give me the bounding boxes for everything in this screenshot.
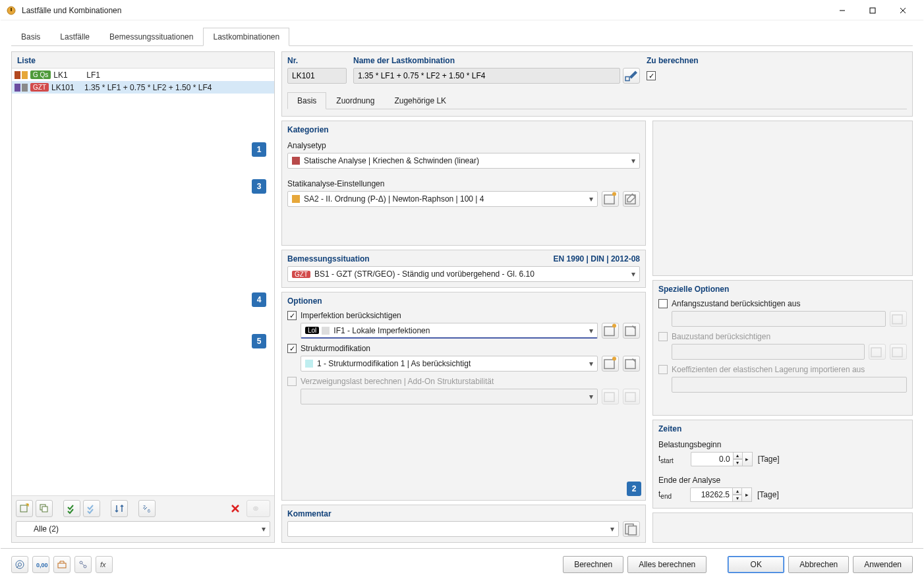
- inner-tab-zugehoerige[interactable]: Zugehörige LK: [384, 92, 456, 109]
- structure-mod-checkbox[interactable]: [287, 344, 297, 353]
- gzt-badge: GZT: [292, 271, 310, 278]
- spinner-down-icon[interactable]: ▾: [733, 459, 743, 466]
- tab-lastfaelle[interactable]: Lastfälle: [50, 28, 100, 46]
- svg-rect-32: [892, 348, 902, 357]
- initial-state-label: Anfangszustand berücksichtigen aus: [672, 299, 800, 308]
- comment-title: Kommentar: [287, 509, 640, 518]
- construction-state-label: Bauzustand berücksichtigen: [672, 332, 770, 341]
- nr-field[interactable]: LK101: [287, 68, 347, 84]
- new-structure-mod-icon[interactable]: [602, 356, 619, 372]
- imperfection-select[interactable]: Lol IF1 - Lokale Imperfektionen ▾: [301, 323, 598, 339]
- apply-button[interactable]: Anwenden: [853, 556, 913, 573]
- sort-icon[interactable]: [111, 500, 128, 517]
- options-group: Optionen Imperfektion berücksichtigen Lo…: [281, 292, 646, 501]
- tab-basis[interactable]: Basis: [11, 28, 50, 46]
- coeff-select: [672, 377, 907, 393]
- edit-structure-mod-icon[interactable]: [623, 356, 640, 372]
- static-settings-select[interactable]: SA2 - II. Ordnung (P-Δ) | Newton-Raphson…: [287, 191, 598, 207]
- combination-list[interactable]: G QsLK1LF1GZTLK1011.35 * LF1 + 0.75 * LF…: [12, 68, 274, 496]
- chevron-down-icon: ▾: [589, 194, 593, 204]
- new-item-icon[interactable]: [16, 500, 33, 517]
- spinner-go-icon[interactable]: ▸: [743, 452, 753, 466]
- tstart-unit: [Tage]: [758, 455, 780, 464]
- annotation-marker-4: 4: [252, 292, 266, 307]
- script-icon[interactable]: fx: [96, 556, 113, 573]
- structure-mod-select[interactable]: 1 - Strukturmodifikation 1 | As berücksi…: [301, 356, 598, 372]
- inner-right-column: Spezielle Optionen Anfangszustand berück…: [652, 121, 913, 543]
- spinner-up-icon[interactable]: ▴: [732, 487, 742, 495]
- spinner-go-icon[interactable]: ▸: [742, 487, 752, 502]
- analysis-type-select[interactable]: Statische Analyse | Kriechen & Schwinden…: [287, 153, 640, 169]
- tstart-value: 0.0: [691, 452, 733, 466]
- chevron-down-icon: ▾: [589, 392, 593, 401]
- analysis-type-label: Analysetyp: [287, 141, 640, 150]
- annotation-marker-1: 1: [252, 142, 266, 157]
- structure-mod-value: 1 - Strukturmodifikation 1 | As berücksi…: [317, 359, 471, 368]
- inner-tab-zuordnung[interactable]: Zuordnung: [326, 92, 384, 109]
- comment-group: Kommentar ▾: [281, 505, 646, 543]
- buckling-checkbox: [287, 377, 297, 386]
- list-item[interactable]: GZTLK1011.35 * LF1 + 0.75 * LF2 + 1.50 *…: [12, 81, 274, 94]
- ok-button[interactable]: OK: [728, 556, 784, 573]
- spinner-down-icon[interactable]: ▾: [732, 495, 742, 502]
- edit-imperfection-icon[interactable]: [623, 323, 640, 339]
- imperfection-checkbox[interactable]: [287, 311, 297, 320]
- minimize-button[interactable]: [827, 1, 857, 20]
- settings-icon[interactable]: [74, 556, 92, 573]
- close-button[interactable]: [888, 1, 918, 20]
- structure-mod-color: [305, 360, 313, 368]
- title-bar: Lastfälle und Kombinationen: [1, 1, 923, 20]
- comment-library-icon[interactable]: [623, 521, 640, 537]
- spinner-up-icon[interactable]: ▴: [733, 452, 743, 459]
- annotation-marker-5: 5: [252, 334, 266, 348]
- maximize-button[interactable]: [857, 1, 888, 20]
- toggle-view-icon[interactable]: [246, 500, 270, 517]
- design-situation-group: Bemessungssituation EN 1990 | DIN | 2012…: [281, 250, 646, 288]
- initial-state-checkbox[interactable]: [658, 299, 668, 308]
- calc-checkbox[interactable]: [647, 71, 656, 80]
- coeff-checkbox: [658, 365, 668, 374]
- copy-item-icon[interactable]: [36, 500, 53, 517]
- list-item[interactable]: G QsLK1LF1: [12, 69, 274, 81]
- tab-lastkombinationen[interactable]: Lastkombinationen: [203, 28, 289, 46]
- units-icon[interactable]: 0,00: [32, 556, 49, 573]
- cancel-button[interactable]: Abbrechen: [788, 556, 849, 573]
- static-settings-value: SA2 - II. Ordnung (P-Δ) | Newton-Raphson…: [304, 194, 484, 204]
- inner-tab-basis[interactable]: Basis: [287, 92, 326, 109]
- renumber-icon[interactable]: 26: [138, 500, 156, 517]
- buckling-select: ▾: [301, 389, 598, 404]
- delete-icon[interactable]: [227, 500, 244, 517]
- calculate-button[interactable]: Berechnen: [563, 556, 623, 573]
- filter-select[interactable]: Alle (2) ▾: [16, 521, 270, 537]
- construction-state-select: [672, 344, 865, 360]
- times-title: Zeiten: [658, 424, 907, 433]
- categories-group: Kategorien Analysetyp Statische Analyse …: [281, 121, 646, 246]
- edit-settings-icon[interactable]: [623, 191, 640, 207]
- name-field[interactable]: 1.35 * LF1 + 0.75 * LF2 + 1.50 * LF4: [353, 68, 620, 84]
- svg-rect-9: [42, 507, 47, 512]
- svg-text:fx: fx: [100, 561, 106, 568]
- analysis-type-value: Statische Analyse | Kriechen & Schwinden…: [304, 156, 479, 165]
- tab-bemessungssituationen[interactable]: Bemessungssituationen: [100, 28, 203, 46]
- tend-unit: [Tage]: [757, 490, 779, 499]
- inner-tabs: Basis Zuordnung Zugehörige LK: [287, 92, 907, 109]
- coeff-label: Koeffizienten der elastischen Lagerung i…: [672, 365, 865, 374]
- svg-point-34: [18, 563, 22, 567]
- new-settings-icon[interactable]: [602, 191, 619, 207]
- check-all-icon[interactable]: [63, 500, 80, 517]
- comment-field[interactable]: ▾: [287, 521, 619, 537]
- initial-state-select: [672, 311, 886, 327]
- svg-rect-17: [604, 195, 614, 204]
- design-situation-select[interactable]: GZT BS1 - GZT (STR/GEO) - Ständig und vo…: [287, 266, 640, 282]
- tend-spinner[interactable]: 18262.5 ▴▾ ▸: [690, 487, 752, 502]
- calculate-all-button[interactable]: Alles berechnen: [627, 556, 707, 573]
- model-icon[interactable]: [53, 556, 71, 573]
- help-icon[interactable]: [11, 556, 28, 573]
- uncheck-all-icon[interactable]: [83, 500, 100, 517]
- tstart-spinner[interactable]: 0.0 ▴▾ ▸: [691, 452, 753, 466]
- edit-name-icon[interactable]: [623, 68, 640, 84]
- svg-rect-22: [625, 327, 635, 336]
- lol-badge: Lol: [305, 327, 319, 334]
- new-imperfection-icon[interactable]: [602, 323, 619, 339]
- item-text: LF1: [86, 70, 272, 80]
